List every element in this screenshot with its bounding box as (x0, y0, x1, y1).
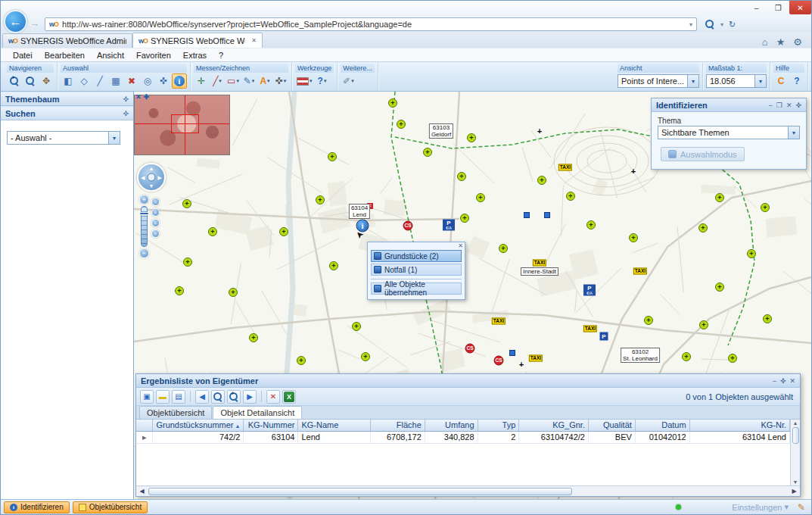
measure-coordinate-icon[interactable]: ✛ (194, 73, 209, 89)
measure-distance-icon[interactable]: ╱▾ (210, 73, 225, 89)
poi-marker[interactable]: + (352, 322, 361, 331)
poi-marker[interactable]: + (644, 316, 653, 325)
scroll-left-icon[interactable]: ◀ (136, 488, 148, 495)
poi-marker[interactable]: + (761, 203, 770, 212)
pin-icon[interactable]: ✜ (123, 110, 129, 117)
popup-item-grundst-cke-2[interactable]: Grundstücke (2) (371, 250, 462, 262)
poi-marker[interactable]: + (175, 286, 184, 295)
column-header-kg-nr[interactable]: KG-Nr. (689, 420, 789, 431)
poi-marker[interactable]: + (229, 288, 238, 297)
chevron-down-icon[interactable]: ▾ (284, 78, 287, 84)
back-button[interactable]: ← (4, 10, 27, 33)
table-row[interactable]: ▸742/263104Lend6708,172340,828263104742/… (136, 431, 790, 443)
poi-marker[interactable]: + (423, 148, 432, 157)
scrollbar-thumb[interactable] (148, 488, 572, 495)
more-tools-icon[interactable]: ✐▾ (341, 73, 356, 89)
copyright-icon[interactable]: C (773, 73, 789, 89)
chevron-down-icon[interactable]: ▾ (687, 75, 698, 87)
excel-export-icon[interactable]: X (282, 390, 296, 404)
previous-object-icon[interactable]: ◀ (195, 390, 209, 404)
column-header-umfang[interactable]: Umfang (425, 420, 478, 431)
vertical-scrollbar[interactable]: ▲ ▼ (790, 420, 800, 485)
einstellungen-link[interactable]: Einstellungen ▾ (732, 502, 789, 512)
object-marker[interactable] (509, 350, 515, 356)
carsharing-marker[interactable]: CS (494, 356, 504, 366)
scroll-down-icon[interactable]: ▼ (793, 479, 798, 485)
close-button[interactable]: ✕ (789, 1, 811, 14)
chevron-down-icon[interactable]: ▾ (219, 78, 222, 84)
help-icon[interactable]: ? (789, 73, 804, 89)
poi-marker[interactable]: + (682, 352, 691, 361)
nav-history-button[interactable]: ◦ (151, 229, 160, 238)
poi-marker[interactable]: + (629, 233, 638, 242)
remove-result-icon[interactable]: ✕ (266, 390, 280, 404)
column-header-typ[interactable]: Typ (478, 420, 519, 431)
taxi-marker[interactable]: TAXI (533, 260, 546, 267)
zoom-to-object-icon[interactable] (211, 390, 225, 404)
select-result-icon[interactable]: ▣ (140, 390, 154, 404)
close-icon[interactable]: ✕ (458, 242, 463, 249)
poi-marker[interactable]: + (388, 98, 397, 108)
poi-marker[interactable]: + (297, 356, 306, 365)
poi-marker[interactable]: + (279, 227, 288, 236)
select-polygon-icon[interactable]: ◇ (76, 73, 92, 89)
nav-history-button[interactable]: ◦ (151, 208, 160, 217)
tab-close-icon[interactable]: ✕ (251, 37, 257, 44)
scroll-right-icon[interactable]: ▶ (789, 488, 800, 495)
select-layer-icon[interactable]: ▦ (108, 73, 123, 89)
minimize-icon[interactable]: – (773, 377, 776, 385)
buffer-select-icon[interactable]: ◎ (140, 73, 155, 89)
browser-tab-admin[interactable]: wO SYNERGIS WebOffice Administ... (2, 33, 132, 48)
favorites-icon[interactable]: ★ (776, 36, 786, 48)
draw-icon[interactable]: ✎▾ (241, 73, 257, 89)
task-button-identifizieren[interactable]: iIdentifizieren (4, 501, 70, 513)
poi-marker[interactable]: + (397, 120, 406, 129)
settings-gear-icon[interactable]: ⚙ (793, 36, 802, 48)
chevron-down-icon[interactable]: ▾ (252, 78, 255, 84)
sidebar-section-suchen[interactable]: Suchen ✜ (1, 106, 133, 120)
taxi-marker[interactable]: TAXI (583, 326, 597, 332)
zoom-all-objects-icon[interactable]: + (227, 390, 241, 404)
poi-marker[interactable]: + (476, 193, 485, 202)
zoom-slider-handle[interactable] (139, 212, 149, 215)
chevron-down-icon[interactable]: ▾ (310, 78, 313, 84)
poi-marker[interactable]: + (747, 249, 756, 258)
zoom-slider[interactable] (141, 206, 148, 247)
carsharing-marker[interactable]: CS (403, 221, 413, 231)
search-dropdown-icon[interactable]: ▾ (720, 21, 723, 28)
browser-tab-weboffice[interactable]: wO SYNERGIS WebOffice WebO... ✕ (132, 33, 263, 48)
close-overview-icon[interactable]: ✕ (135, 93, 142, 101)
toolbar-select-ma-stab-1[interactable]: 18.056▾ (706, 74, 767, 88)
austria-flag-icon[interactable]: ▾ (295, 73, 314, 89)
chevron-down-icon[interactable]: ▾ (236, 78, 239, 84)
scrollbar-thumb[interactable] (792, 427, 799, 444)
poi-marker[interactable]: + (460, 214, 469, 223)
select-rectangle-icon[interactable]: ◧ (61, 73, 76, 89)
snap-icon[interactable]: ✜▾ (273, 73, 288, 89)
pin-icon[interactable]: ✜ (123, 95, 129, 103)
poi-marker[interactable]: + (728, 354, 737, 363)
poi-marker[interactable]: + (586, 220, 596, 229)
pan-control[interactable]: ▲ ▼ ◀ ▶ (137, 163, 166, 192)
column-header-item[interactable] (136, 420, 153, 431)
poi-marker[interactable]: + (208, 227, 217, 236)
refresh-icon[interactable]: ↻ (729, 20, 736, 30)
pan-down-icon[interactable]: ▼ (149, 183, 154, 189)
minimize-icon[interactable]: – (769, 101, 773, 109)
poi-marker[interactable]: + (329, 261, 338, 270)
pan-icon[interactable]: ✥ (39, 73, 54, 89)
nav-history-button[interactable]: ◦ (151, 198, 160, 206)
poi-marker[interactable]: + (328, 152, 337, 161)
parking-fee-marker[interactable]: P€/A (443, 220, 455, 231)
menu-item-extras[interactable]: Extras (177, 50, 213, 61)
next-object-icon[interactable]: ▶ (243, 390, 257, 404)
parking-marker[interactable]: P (600, 332, 608, 341)
poi-marker[interactable]: + (537, 176, 546, 185)
carsharing-marker[interactable]: CS (465, 344, 475, 354)
pan-up-icon[interactable]: ▲ (149, 166, 154, 171)
chevron-down-icon[interactable]: ▾ (754, 75, 766, 87)
menu-item-ansicht[interactable]: Ansicht (91, 50, 130, 61)
poi-marker[interactable]: + (457, 172, 466, 181)
nav-history-button[interactable]: ◦ (151, 219, 160, 227)
minimize-button[interactable]: – (745, 1, 767, 14)
